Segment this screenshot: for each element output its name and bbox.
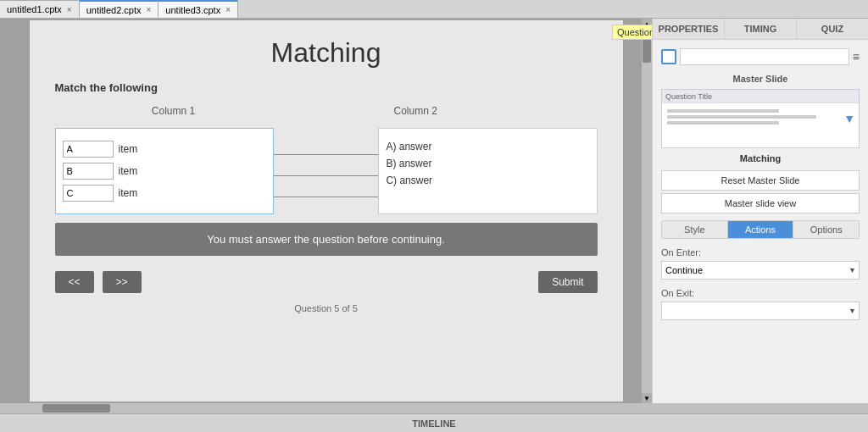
timeline-bar: TIMELINE [0, 413, 868, 432]
columns-header: Column 1 Column 2 [30, 98, 623, 124]
match-item-a: item [119, 143, 138, 155]
timeline-label: TIMELINE [412, 418, 455, 429]
matching-area: item item item [55, 128, 598, 214]
match-item-b: item [119, 165, 138, 177]
tab-bar: untitled1.cptx × untitled2.cptx × untitl… [0, 0, 868, 19]
reset-master-slide-button[interactable]: Reset Master Slide [661, 170, 860, 191]
panel-tab-quiz[interactable]: QUIZ [797, 19, 868, 39]
tab-close-icon[interactable]: × [225, 5, 231, 14]
tab-untitled1[interactable]: untitled1.cptx × [0, 0, 80, 18]
answer-row-c: C) answer [386, 174, 589, 186]
match-item-c: item [119, 187, 138, 199]
h-scroll-thumb[interactable] [42, 404, 110, 413]
alert-bar: You must answer the question before cont… [55, 223, 598, 256]
answer-row-b: B) answer [386, 158, 589, 169]
nav-bar: << >> Submit [30, 264, 623, 300]
on-enter-select[interactable]: Continue [661, 261, 860, 280]
on-exit-label: On Exit: [661, 288, 860, 298]
match-input-a[interactable] [63, 141, 114, 158]
scroll-down-arrow[interactable]: ▼ [642, 393, 652, 403]
canvas-scrollbar[interactable]: ▲ ▼ [642, 19, 652, 403]
panel-tab-timing[interactable]: TIMING [725, 19, 797, 39]
answer-label-a: A) answer [386, 141, 431, 152]
slide-canvas: Question (924x64) Matching Match the fol… [30, 20, 623, 402]
tab-untitled2[interactable]: untitled2.cptx × [80, 0, 159, 18]
submit-button[interactable]: Submit [538, 271, 597, 293]
answer-label-b: B) answer [386, 158, 431, 169]
connector-line-a [274, 154, 379, 155]
actions-tab[interactable]: Actions [728, 221, 794, 238]
column1-header: Column 1 [55, 105, 275, 117]
style-tab[interactable]: Style [662, 221, 728, 238]
connector-line-c [274, 197, 379, 197]
column1: item item item [55, 128, 274, 214]
match-row: item [63, 185, 266, 202]
right-panel: PROPERTIES TIMING QUIZ ≡ Master Slide Qu… [652, 19, 868, 403]
preview-dropdown-arrow[interactable]: ▼ [843, 112, 855, 125]
search-input[interactable] [680, 48, 849, 65]
match-input-b[interactable] [63, 163, 114, 180]
preview-line [667, 109, 779, 113]
preview-lines [662, 103, 859, 130]
answer-row-a: A) answer [386, 141, 589, 152]
preview-line [667, 115, 816, 119]
match-row: item [63, 141, 266, 158]
search-box-icon[interactable] [661, 49, 676, 64]
action-tabs: Style Actions Options [661, 220, 860, 239]
scroll-thumb[interactable] [643, 37, 651, 63]
tab-close-icon[interactable]: × [147, 5, 152, 14]
on-enter-label: On Enter: [661, 247, 860, 258]
nav-back-button[interactable]: << [55, 271, 94, 293]
match-instruction: Match the following [30, 77, 623, 98]
column2: A) answer B) answer C) answer [378, 128, 597, 214]
canvas-area: Question (924x64) Matching Match the fol… [0, 19, 652, 403]
menu-icon[interactable]: ≡ [853, 50, 860, 64]
question-counter: Question 5 of 5 [30, 300, 623, 317]
connector-area [274, 128, 379, 214]
panel-tab-properties[interactable]: PROPERTIES [653, 19, 725, 39]
tab-untitled3[interactable]: untitled3.cptx × [159, 0, 238, 18]
master-slide-view-button[interactable]: Master slide view [661, 193, 860, 213]
options-tab[interactable]: Options [793, 221, 859, 238]
panel-header: PROPERTIES TIMING QUIZ [653, 19, 868, 40]
nav-forward-button[interactable]: >> [103, 271, 142, 293]
search-row: ≡ [661, 48, 860, 65]
tab-close-icon[interactable]: × [67, 5, 72, 14]
tab-label: untitled2.cptx [86, 5, 142, 15]
on-exit-select[interactable] [661, 302, 860, 320]
panel-content: ≡ Master Slide Question Title ▼ Matching… [653, 40, 868, 403]
on-enter-select-wrapper: Continue [661, 261, 860, 280]
connector-line-b [274, 175, 379, 176]
horizontal-scrollbar[interactable] [0, 403, 868, 413]
column2-header: Column 2 [394, 105, 437, 117]
main-area: Question (924x64) Matching Match the fol… [0, 19, 868, 403]
question-tooltip: Question (924x64) [612, 25, 652, 40]
tab-label: untitled1.cptx [7, 4, 62, 14]
answer-label-c: C) answer [386, 174, 432, 186]
preview-title-bar: Question Title [662, 90, 859, 103]
preview-line [667, 121, 779, 125]
master-slide-preview: Question Title ▼ [661, 89, 860, 148]
match-input-c[interactable] [63, 185, 114, 202]
on-exit-select-wrapper [661, 302, 860, 320]
master-name: Matching [661, 153, 860, 163]
slide-title: Matching [30, 20, 623, 77]
match-row: item [63, 163, 266, 180]
tab-label: untitled3.cptx [165, 5, 220, 15]
master-slide-label: Master Slide [661, 74, 860, 84]
